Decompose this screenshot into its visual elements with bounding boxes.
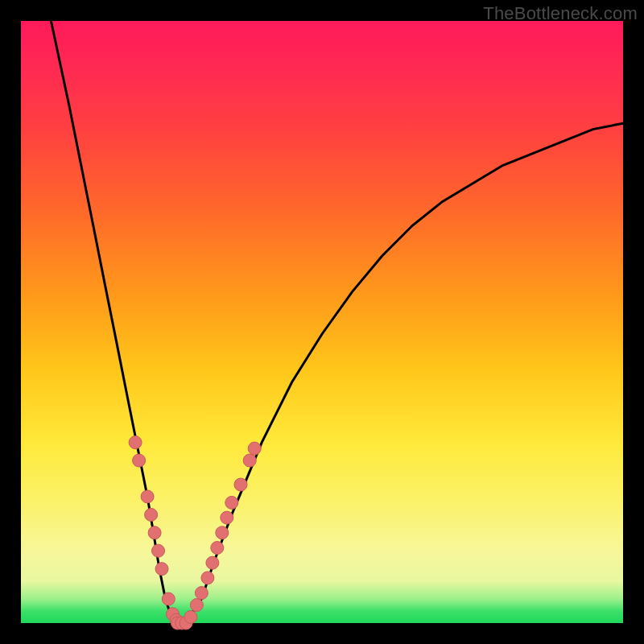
chart-marker <box>201 572 214 584</box>
chart-marker <box>129 436 142 449</box>
chart-marker <box>155 563 168 576</box>
chart-marker <box>206 556 219 569</box>
chart-marker <box>190 599 203 612</box>
chart-marker <box>234 478 247 491</box>
chart-marker <box>152 544 165 557</box>
chart-marker <box>216 526 229 539</box>
chart-marker <box>248 442 261 455</box>
chart-marker <box>184 611 197 624</box>
chart-svg <box>21 21 623 623</box>
chart-marker <box>243 454 256 467</box>
chart-marker <box>162 592 175 605</box>
chart-marker <box>225 496 238 509</box>
chart-marker <box>195 587 208 600</box>
chart-marker <box>145 508 158 521</box>
chart-plot-area <box>21 21 623 623</box>
chart-frame: TheBottleneck.com <box>0 0 644 644</box>
chart-marker <box>221 511 233 524</box>
bottleneck-curve <box>51 21 623 623</box>
chart-marker <box>211 542 224 555</box>
chart-marker <box>133 454 146 467</box>
chart-marker <box>148 526 161 539</box>
chart-marker <box>141 490 154 503</box>
chart-markers <box>129 436 261 630</box>
